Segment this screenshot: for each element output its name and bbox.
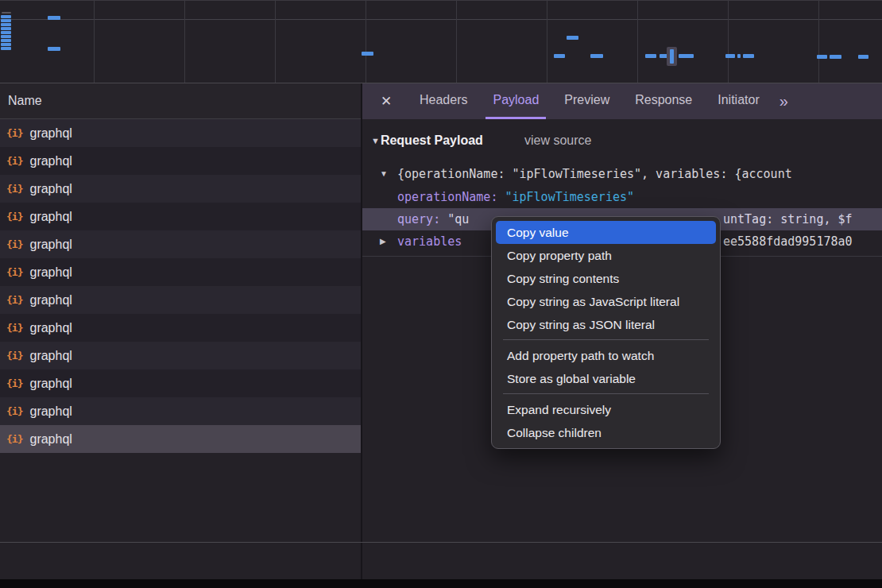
menu-item-collapse-children[interactable]: Collapse children — [496, 421, 716, 444]
request-list: {i}graphql{i}graphql{i}graphql{i}graphql… — [0, 119, 362, 453]
request-row[interactable]: {i}graphql — [0, 369, 362, 397]
overview-gridline — [637, 1, 638, 83]
expander-closed-icon[interactable]: ▶ — [380, 230, 386, 253]
request-timing-bar[interactable] — [1, 31, 11, 34]
json-icon: {i} — [6, 238, 22, 250]
overview-gridline — [275, 1, 276, 83]
view-source-link[interactable]: view source — [524, 133, 591, 148]
json-icon: {i} — [6, 211, 22, 222]
request-timing-bar[interactable] — [48, 16, 60, 20]
request-timing-bar[interactable] — [1, 39, 11, 42]
request-name: graphql — [29, 321, 72, 335]
json-string-value-right: untTag: string, $f — [723, 208, 853, 230]
request-timing-bar[interactable] — [737, 54, 741, 58]
overview-gridline — [94, 1, 95, 83]
tab-preview[interactable]: Preview — [557, 83, 617, 119]
request-timing-bar[interactable] — [1, 27, 11, 30]
request-timing-bar[interactable] — [2, 12, 11, 14]
request-row[interactable]: {i}graphql — [0, 425, 362, 453]
request-timing-bar[interactable] — [858, 55, 868, 59]
bottom-edge — [0, 579, 882, 588]
request-timing-bar[interactable] — [743, 54, 754, 58]
request-payload-section[interactable]: ▼ Request Payload view source — [362, 129, 882, 153]
menu-item-copy-string-as-json-literal[interactable]: Copy string as JSON literal — [496, 313, 716, 336]
json-icon: {i} — [6, 266, 22, 278]
menu-separator — [503, 339, 709, 340]
overview-gridline — [456, 1, 457, 83]
tab-initiator[interactable]: Initiator — [710, 83, 766, 119]
close-icon[interactable]: ✕ — [381, 93, 397, 110]
request-row[interactable]: {i}graphql — [0, 203, 362, 230]
request-name: graphql — [29, 238, 72, 252]
tab-headers[interactable]: Headers — [412, 83, 474, 119]
request-timing-bar[interactable] — [1, 23, 11, 26]
request-row[interactable]: {i}graphql — [0, 147, 362, 175]
section-title: Request Payload — [381, 133, 483, 148]
json-icon: {i} — [6, 155, 22, 167]
request-timing-bar[interactable] — [48, 47, 60, 51]
request-timing-bar[interactable] — [1, 19, 11, 22]
request-name: graphql — [29, 432, 72, 447]
json-icon: {i} — [6, 350, 22, 362]
context-menu: Copy valueCopy property pathCopy string … — [491, 216, 721, 449]
tab-payload[interactable]: Payload — [485, 83, 546, 119]
request-row[interactable]: {i}graphql — [0, 314, 362, 342]
payload-root-row[interactable]: ▼{operationName: "ipFlowTimeseries", var… — [362, 163, 882, 185]
menu-item-copy-string-as-javascript-literal[interactable]: Copy string as JavaScript literal — [496, 290, 716, 313]
request-row[interactable]: {i}graphql — [0, 230, 362, 258]
detail-tabbar: ✕ HeadersPayloadPreviewResponseInitiator… — [362, 83, 882, 119]
network-overview[interactable] — [0, 0, 882, 83]
json-key: operationName: — [397, 190, 497, 204]
request-name: graphql — [29, 377, 72, 391]
tab-response[interactable]: Response — [628, 83, 699, 119]
menu-item-expand-recursively[interactable]: Expand recursively — [496, 398, 716, 421]
json-icon: {i} — [6, 294, 22, 306]
menu-item-copy-value[interactable]: Copy value — [496, 221, 716, 244]
tab-list: HeadersPayloadPreviewResponseInitiator — [412, 83, 767, 119]
json-icon: {i} — [6, 183, 22, 195]
operation-name-row[interactable]: operationName: "ipFlowTimeseries" — [362, 186, 882, 208]
request-row[interactable]: {i}graphql — [0, 258, 362, 286]
expander-open-icon[interactable]: ▼ — [371, 136, 380, 145]
expander-open-icon[interactable]: ▼ — [380, 163, 388, 185]
request-timing-bar[interactable] — [645, 54, 656, 58]
request-name: graphql — [29, 154, 72, 168]
json-key: variables — [397, 234, 462, 249]
request-timing-bar[interactable] — [554, 54, 565, 58]
menu-item-add-property-path-to-watch[interactable]: Add property path to watch — [496, 344, 716, 367]
request-row[interactable]: {i}graphql — [0, 397, 362, 425]
json-icon: {i} — [6, 433, 22, 445]
request-name: graphql — [29, 265, 72, 280]
json-string-value-right: ee5588fdad995178a0 — [723, 230, 853, 253]
request-timing-bar[interactable] — [725, 54, 735, 58]
request-timing-bar[interactable] — [830, 55, 841, 59]
menu-item-store-as-global-variable[interactable]: Store as global variable — [496, 367, 716, 390]
json-icon: {i} — [6, 405, 22, 417]
more-tabs-icon[interactable]: » — [779, 92, 788, 110]
overview-gridline — [728, 1, 729, 83]
request-timing-bar[interactable] — [1, 47, 11, 50]
request-row[interactable]: {i}graphql — [0, 119, 362, 147]
request-timing-bar[interactable] — [590, 54, 603, 58]
request-timing-bar[interactable] — [1, 35, 11, 38]
request-timing-bar[interactable] — [567, 36, 578, 40]
name-column-header[interactable]: Name — [0, 83, 362, 119]
request-timing-bar[interactable] — [817, 55, 827, 59]
request-timing-bar[interactable] — [1, 43, 11, 46]
menu-item-copy-property-path[interactable]: Copy property path — [496, 244, 716, 267]
summary-divider — [0, 542, 882, 543]
json-string-value: "ipFlowTimeseries" — [505, 190, 634, 204]
menu-separator — [503, 393, 709, 394]
request-timing-bar[interactable] — [362, 52, 373, 56]
request-timing-bar[interactable] — [670, 49, 674, 64]
request-row[interactable]: {i}graphql — [0, 286, 362, 314]
request-name: graphql — [29, 293, 72, 308]
menu-item-copy-string-contents[interactable]: Copy string contents — [496, 267, 716, 290]
request-timing-bar[interactable] — [1, 15, 11, 18]
request-timing-bar[interactable] — [679, 54, 694, 58]
request-row[interactable]: {i}graphql — [0, 342, 362, 369]
request-name: graphql — [29, 210, 72, 224]
payload-root-preview: {operationName: "ipFlowTimeseries", vari… — [397, 167, 792, 181]
request-row[interactable]: {i}graphql — [0, 175, 362, 203]
json-icon: {i} — [6, 127, 22, 139]
